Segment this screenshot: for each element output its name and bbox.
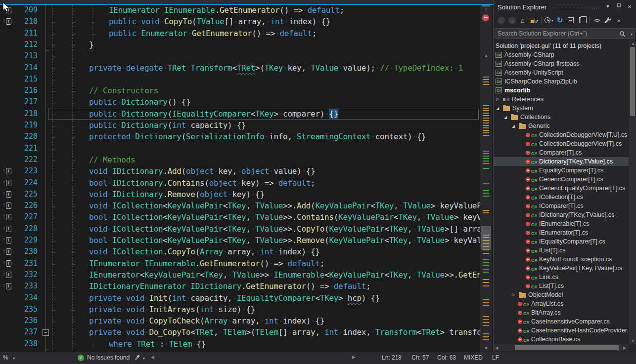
refresh-icon[interactable]: ↻ [555,15,565,26]
line-number[interactable]: 233 [14,282,38,290]
tree-item-genericcomparer-t-cs[interactable]: C#GenericComparer[T].cs [494,175,629,184]
tree-item-icomparer-t-cs[interactable]: C#IComparer[T].cs [494,202,629,210]
code-line-210[interactable]: ↑I210→→→public·void·CopyTo(TValue[]·arra… [0,16,480,28]
code-cleanup-icon[interactable] [135,354,141,363]
char-indicator[interactable]: Ch: 57 [411,354,429,361]
zoom-dropdown-icon[interactable]: ▾ [13,356,15,361]
editor-split-handle-icon[interactable]: ↕ [482,5,490,13]
tree-item-assembly-unityscript[interactable]: C#Assembly-UnityScript [494,68,629,77]
tree-item-iequalitycomparer-t-cs[interactable]: C#IEqualityComparer[T].cs [494,237,629,246]
code-line-221[interactable]: 221→ [0,143,480,155]
tree-item-caseinsensitivecomparer-cs[interactable]: C#CaseInsensitiveComparer.cs [494,317,629,326]
line-number[interactable]: 218 [14,109,38,118]
line-number[interactable]: 217 [14,97,38,106]
tree-item-system[interactable]: ◢System [494,104,629,113]
tree-item-icsharpcode-sharpziplib[interactable]: C#ICSharpCode.SharpZipLib [494,77,629,86]
line-number[interactable]: 227 [14,212,38,221]
code-line-218[interactable]: 218→→public·Dictionary(IEqualityComparer… [0,109,480,121]
code-line-217[interactable]: 217→→public·Dictionary()·{} [0,97,480,109]
sync-active-document-icon[interactable]: ▾ [529,15,539,26]
issues-status[interactable]: No issues found [87,354,130,361]
tree-item-bitarray-cs[interactable]: C#BitArray.cs [494,308,629,317]
tree-item-arraylist-cs[interactable]: C#ArrayList.cs [494,299,629,308]
scroll-down-icon[interactable]: ▼ [480,346,492,351]
search-icon[interactable] [619,30,626,39]
tree-item-collectiondebuggerview-t-u-cs[interactable]: C#CollectionDebuggerView[T,U].cs [494,130,629,139]
code-line-220[interactable]: 220→→protected·Dictionary(SerializationI… [0,131,480,143]
line-number[interactable]: 235 [14,305,38,314]
chevron-collapsed-icon[interactable]: ▷ [512,290,515,299]
collapse-region-button[interactable]: − [43,329,49,336]
line-number[interactable]: 216 [14,86,38,95]
line-number[interactable]: 220 [14,132,38,141]
indent-mode-indicator[interactable]: MIXED [464,354,483,361]
tree-item-link-cs[interactable]: C#Link.cs [494,273,629,282]
scroll-down-icon[interactable]: ▼ [631,339,635,343]
code-line-233[interactable]: ↑I233→→IDictionaryEnumerator·IDictionary… [0,281,480,293]
code-line-213[interactable]: 213→ [0,51,480,63]
zoom-control[interactable]: % [3,354,8,361]
show-all-files-icon[interactable] [577,15,587,26]
tree-item-dictionary-tkey-tvalue-cs[interactable]: C#Dictionary[TKey,TValue].cs [494,157,629,166]
code-line-222[interactable]: 222→→//·Methods [0,155,480,166]
code-line-238[interactable]: 238→→→where·TRet·:·TElem·{} [0,339,480,351]
code-line-231[interactable]: ↑I231→→IEnumerator·IEnumerable.GetEnumer… [0,258,480,270]
tree-item-ilist-t-cs[interactable]: C#IList[T].cs [494,246,629,255]
line-indicator[interactable]: Ln: 218 [382,354,402,361]
chevron-expanded-icon[interactable]: ◢ [496,104,499,113]
line-number[interactable]: 224 [14,178,38,187]
forward-icon[interactable]: → [507,15,517,26]
tree-item-keynotfoundexception-cs[interactable]: C#KeyNotFoundException.cs [494,255,629,264]
tree-item-assembly-csharp-firstpass[interactable]: C#Assembly-CSharp-firstpass [494,59,629,68]
code-line-215[interactable]: 215→ [0,74,480,86]
tree-item-idictionary-tkey-tvalue-cs[interactable]: C#IDictionary[TKey,TValue].cs [494,210,629,219]
scroll-left-icon[interactable]: ◀ [151,355,154,360]
code-line-209[interactable]: ↑I209→→→IEnumerator·IEnumerable.GetEnume… [0,5,480,17]
line-number[interactable]: 230 [14,247,38,256]
search-options-icon[interactable]: ▾ [631,32,633,37]
suppressed-issues-icon[interactable] [482,14,489,21]
home-icon[interactable]: ⌂ [518,15,528,26]
scroll-up-icon[interactable]: ▲ [631,41,635,46]
code-line-219[interactable]: 219→→public·Dictionary(int·capacity)·{} [0,120,480,132]
tree-item-objectmodel[interactable]: ▷ObjectModel [494,290,629,299]
column-indicator[interactable]: Col: 63 [437,354,456,361]
code-line-230[interactable]: ↑I230→→void·ICollection.CopyTo(Array·arr… [0,246,480,258]
code-line-229[interactable]: ↑I229→→bool·ICollection<KeyValuePair<TKe… [0,235,480,247]
code-line-225[interactable]: ↑I225→→void·IDictionary.Remove(object·ke… [0,189,480,201]
line-number[interactable]: 229 [14,236,38,244]
line-number[interactable]: 234 [14,293,38,302]
line-number[interactable]: 222 [14,155,38,164]
line-number[interactable]: 219 [14,121,38,129]
line-number[interactable]: 213 [14,51,38,60]
line-number[interactable]: 223 [14,166,38,175]
code-line-227[interactable]: ↑I227→→bool·ICollection<KeyValuePair<TKe… [0,212,480,224]
code-line-212[interactable]: 212→→} [0,40,480,51]
chevron-collapsed-icon[interactable]: ▷ [496,95,499,104]
line-number[interactable]: 231 [14,259,38,268]
tree-item-genericequalitycomparer-t-cs[interactable]: C#GenericEqualityComparer[T].cs [494,184,629,193]
code-line-236[interactable]: 236→→private·void·CopyToCheck(Array·arra… [0,316,480,327]
line-number[interactable]: 228 [14,224,38,233]
tree-item-assembly-csharp[interactable]: C#Assembly-CSharp [494,50,629,59]
pending-changes-filter-icon[interactable]: ▾ [544,15,554,26]
line-number[interactable]: 221 [14,144,38,153]
scroll-left-icon[interactable]: ◀ [495,346,498,350]
code-line-211[interactable]: 211→→→public·Enumerator·GetEnumerator()·… [0,28,480,40]
line-number[interactable]: 209 [14,5,38,14]
properties-icon[interactable] [603,15,613,26]
chevron-expanded-icon[interactable]: ◢ [504,113,507,122]
code-line-237[interactable]: 237→→private·void·Do_CopyTo<TRet,·TElem>… [0,327,480,339]
code-editor[interactable]: ↑I209→→→IEnumerator·IEnumerable.GetEnume… [0,0,493,352]
eol-indicator[interactable]: LF [492,354,499,361]
tree-item-collections[interactable]: ◢Collections [494,113,629,121]
tree-item-caseinsensitivehashcodeprovider-cs[interactable]: C#CaseInsensitiveHashCodeProvider.cs [494,326,629,335]
line-number[interactable]: 210 [14,17,38,26]
tree-item-list-t-cs[interactable]: C#List[T].cs [494,282,629,290]
collapse-all-icon[interactable] [566,15,576,26]
tree-item-keyvaluepair-tkey-tvalue-cs[interactable]: C#KeyValuePair[TKey,TValue].cs [494,264,629,273]
code-cleanup-dropdown-icon[interactable]: ▾ [143,356,145,361]
tree-item-generic[interactable]: ◢Generic [494,121,629,130]
code-line-228[interactable]: ↑I228→→void·ICollection<KeyValuePair<TKe… [0,224,480,236]
tree-item-mscorlib[interactable]: C#mscorlib [494,86,629,95]
